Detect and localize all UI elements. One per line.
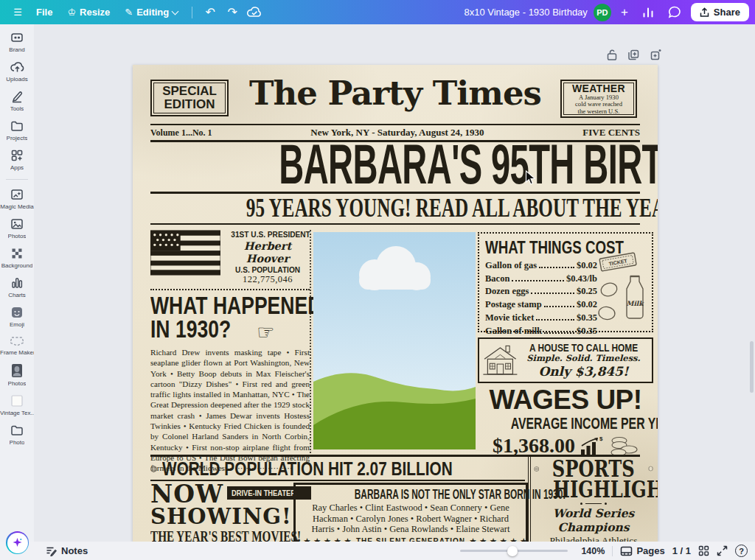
sidebar-item-background[interactable]: Background [1,246,33,269]
house-tagline[interactable]: Simple. Solid. Timeless. [520,354,647,363]
now-label: NOW [150,483,223,505]
population-value[interactable]: 122,775,046 [226,274,310,285]
house-illustration [481,340,520,381]
notes-button[interactable]: Notes [46,545,88,556]
photo-thumbnail-icon [10,363,24,379]
crown-icon: ♔ [67,7,76,18]
sidebar-item-frame-maker[interactable]: Frame Maker [1,335,33,356]
sidebar-item-charts[interactable]: Charts [1,276,33,298]
file-menu-button[interactable]: File [29,3,59,21]
canva-assistant-button[interactable] [6,531,29,554]
sidebar-item-photo-folder[interactable]: Photo [1,423,33,446]
wages-title[interactable]: WAGES UP! [478,385,653,415]
cloud-saved-icon[interactable] [244,2,265,23]
sports-block[interactable]: SPORTS HIGHLIGHTS World Series Champions… [534,458,653,542]
bar-chart-icon [10,276,24,290]
help-button[interactable]: ? [735,545,748,557]
add-member-button[interactable]: + [617,2,632,23]
zoom-level[interactable]: 140% [575,546,605,556]
headline[interactable]: BARBARA'S 95TH BIRTHDAY [133,141,658,188]
us-flag-illustration [150,230,220,276]
subheadline[interactable]: 95 YEARS YOUNG! READ ALL ABOUT THE YEAR … [133,195,658,222]
population-label[interactable]: U.S. POPULATION [235,265,300,274]
sidebar-item-vintage-texture[interactable]: Vintage Tex... [1,393,33,416]
what-happened-title[interactable]: WHAT HAPPENED IN 1930? ☞ [150,293,310,342]
insights-icon[interactable] [638,2,658,23]
right-column[interactable]: WHAT THINGS COST $ Gallon of gas$0.02 Ba… [478,232,653,458]
stars-box[interactable]: BARBARA IS NOT THE ONLY STAR BORN IN 193… [293,483,528,542]
pencil-icon: ✎ [125,7,133,18]
photo-placeholder[interactable] [313,232,476,449]
fullscreen-button[interactable] [717,545,728,556]
cost-illustrations: TICKET Milk [596,251,649,331]
zoom-slider[interactable] [460,546,568,556]
comments-icon[interactable] [664,2,685,23]
design-canvas-page[interactable]: SPECIAL EDITION The Party Times WEATHER … [133,65,658,542]
best-movies-label[interactable]: THE YEAR'S BEST MOVIES! [150,528,290,542]
wages-subtitle[interactable]: AVERAGE INCOME PER YEAR [478,415,653,433]
grid-view-icon [698,545,709,556]
sidebar-item-apps[interactable]: Apps [1,148,33,171]
hamburger-menu-icon[interactable]: ☰ [7,2,28,23]
folder-icon [10,119,24,133]
undo-button[interactable]: ↶ [200,2,220,23]
sidebar-divider [6,179,28,180]
magic-media-icon [10,187,24,202]
frame-icon [9,335,25,348]
zoom-slider-handle[interactable] [507,546,518,556]
duplicate-icon[interactable] [626,47,641,65]
canvas-action-bar [605,47,664,65]
cost-row: Movie ticket$0.35 [485,312,597,325]
sidebar-item-uploads[interactable]: Uploads [1,60,33,83]
pen-icon [10,89,24,104]
redo-button[interactable]: ↷ [222,2,243,23]
sidebar-item-emoji[interactable]: Emoji [1,305,33,328]
resize-button[interactable]: ♔Resize [60,3,116,21]
baseball-icon [648,461,653,477]
population-banner[interactable]: WORLD POPULATION HIT 2.07 BILLION [150,458,525,479]
document-title[interactable]: 8x10 Vintage - 1930 Birthday [464,7,587,18]
world-series-label: World Series Champions [534,506,653,534]
now-showing-block[interactable]: NOW DRIVE-IN THEATER SHOWING! THE YEAR'S… [150,483,290,542]
folder-icon [10,423,24,438]
cost-row: Bacon$0.43/lb [485,273,597,286]
world-series-value: Philadelphia Athletics [534,535,653,542]
house-price[interactable]: Only $3,845! [520,364,647,379]
sidebar-item-projects[interactable]: Projects [1,119,33,141]
texture-icon [10,393,24,408]
dotted-divider [150,289,310,290]
sidebar-item-tools[interactable]: Tools [1,89,33,112]
president-name[interactable]: Herbert Hoover [226,239,310,265]
cost-box[interactable]: WHAT THINGS COST $ Gallon of gas$0.02 Ba… [478,232,653,332]
sidebar-item-photos-2[interactable]: Photos [1,363,33,387]
sports-title-2: HIGHLIGHTS [553,478,658,500]
left-column[interactable]: 31ST U.S. PRESIDENT Herbert Hoover U.S. … [150,230,310,474]
lock-icon[interactable] [605,47,619,65]
globe-icon [150,461,157,477]
photo-icon [10,217,24,231]
sidebar-item-photos[interactable]: Photos [1,217,33,239]
cost-row: Gallon of milk$0.35 [485,325,597,338]
sidebar-item-magic-media[interactable]: Magic Media [1,187,33,210]
brand-logo-icon [10,30,24,45]
checkerboard-icon [10,246,24,261]
pages-button[interactable]: Pages [620,545,664,556]
house-box[interactable]: A HOUSE TO CALL HOME Simple. Solid. Time… [478,337,653,383]
avatar[interactable]: PD [594,4,611,21]
share-button[interactable]: Share [691,3,749,21]
grid-view-button[interactable] [698,545,709,556]
sidebar-item-brand[interactable]: Brand [1,30,33,53]
weather-box[interactable]: WEATHER A January 1930 cold wave reached… [560,80,637,118]
toolbar-divider [192,7,192,18]
add-page-icon[interactable] [648,47,664,65]
sparkle-icon [12,537,23,548]
basketball-icon [534,461,539,477]
house-title[interactable]: A HOUSE TO CALL HOME [529,342,638,354]
president-label[interactable]: 31ST U.S. PRESIDENT [231,230,310,239]
coins-illustration [609,435,639,457]
editing-mode-button[interactable]: ✎Editing [118,3,184,21]
cost-row: Gallon of gas$0.02 [485,259,597,273]
svg-text:$: $ [599,435,603,442]
pages-icon [620,546,633,556]
scrollbar-thumb[interactable] [750,341,754,393]
